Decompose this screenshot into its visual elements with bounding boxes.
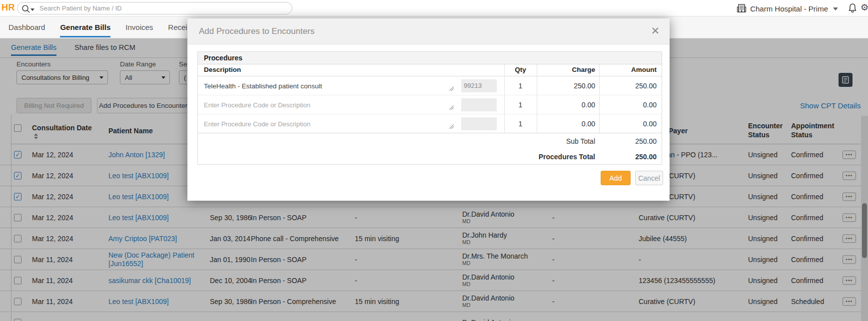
procedures-box: Procedures Description Qty Charge Amount… [197,51,662,165]
resize-grip-icon [449,122,454,130]
add-button[interactable]: Add [601,171,631,185]
modal-title: Add Procedures to Encounters [199,26,315,36]
resize-grip-icon [449,84,454,92]
procedures-total-label: Procedures Total [445,153,595,161]
add-procedures-modal: Add Procedures to Encounters ✕ Procedure… [187,18,670,201]
app-logo: HR [1,2,15,13]
amount-column-header: Amount [599,66,657,73]
charge-column-header: Charge [537,66,595,73]
notifications-bell-icon[interactable] [848,3,857,14]
procedure-code-input[interactable] [461,79,497,92]
amount-cell: 250.00 [599,82,657,90]
procedures-section-title: Procedures [198,52,662,64]
subtotal-row: Sub Total 250.00 [198,133,662,149]
procedure-row: Enter Procedure Code or Description10.00… [198,114,662,133]
top-bar: HR Charm Hospital - Prime ⚙ [0,0,868,16]
nav-item-invoices[interactable]: Invoices [125,17,153,37]
charge-cell: 0.00 [537,120,595,128]
charge-cell: 250.00 [537,82,595,90]
org-name: Charm Hospital - Prime [750,4,828,13]
procedure-description-input[interactable]: Enter Procedure Code or Description [204,120,444,127]
procedure-description-input[interactable]: TeleHealth - Established patient consult [204,82,444,89]
cancel-button[interactable]: Cancel [635,171,663,185]
search-input[interactable] [39,3,284,13]
procedure-code-input[interactable] [461,117,497,130]
procedures-total-value: 250.00 [599,153,657,161]
amount-cell: 0.00 [599,101,657,109]
qty-cell: 1 [504,120,537,128]
procedures-total-row: Procedures Total 250.00 [198,149,662,164]
procedure-description-input[interactable]: Enter Procedure Code or Description [204,101,444,108]
app-screen: HR Charm Hospital - Prime ⚙ DashboardGen… [0,0,868,321]
org-caret-icon [833,7,838,10]
subtotal-value: 250.00 [599,137,657,145]
subtotal-label: Sub Total [445,137,595,145]
settings-gear-icon[interactable]: ⚙ [861,2,868,13]
charge-cell: 0.00 [537,101,595,109]
qty-cell: 1 [504,101,537,109]
org-switcher[interactable]: Charm Hospital - Prime [737,3,838,14]
description-column-header: Description [204,66,241,73]
procedure-row: Enter Procedure Code or Description10.00… [198,95,662,114]
modal-header: Add Procedures to Encounters ✕ [187,18,670,44]
nav-item-dashboard[interactable]: Dashboard [8,17,45,37]
procedures-column-headers: Description Qty Charge Amount [198,64,662,76]
amount-cell: 0.00 [599,120,657,128]
close-icon[interactable]: ✕ [651,25,660,36]
procedure-rows: TeleHealth - Established patient consult… [198,76,662,133]
qty-cell: 1 [504,82,537,90]
search-icon [21,4,30,15]
resize-grip-icon [449,103,454,111]
search-scope-caret-icon[interactable] [30,8,34,11]
procedure-code-input[interactable] [461,98,497,111]
hospital-icon [737,3,747,14]
nav-item-generate-bills[interactable]: Generate Bills [60,17,110,37]
patient-search [17,2,292,14]
procedure-row: TeleHealth - Established patient consult… [198,76,662,95]
qty-column-header: Qty [504,66,537,73]
